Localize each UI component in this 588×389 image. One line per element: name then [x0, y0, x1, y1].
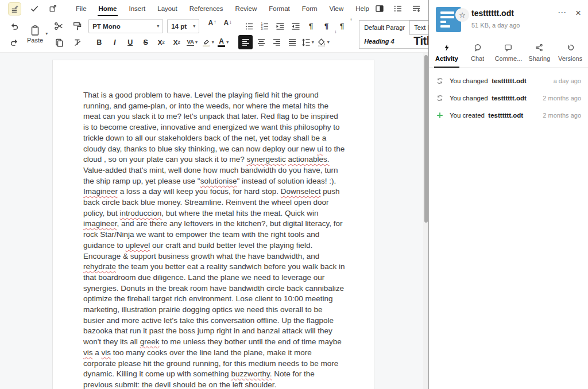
text-run: a — [93, 348, 102, 357]
copy-button[interactable] — [52, 35, 66, 49]
font-size-select[interactable]: 14 pt ▾ — [167, 19, 199, 33]
font-name-select[interactable]: PT Mono ▾ — [88, 19, 163, 33]
menu-review[interactable]: Review — [230, 0, 262, 17]
tab-sharing-label: Sharing — [528, 55, 550, 62]
misspelled-word: solutionise — [200, 177, 237, 185]
tab-chat[interactable]: Chat — [462, 44, 493, 67]
clipboard-icon — [29, 25, 41, 36]
character-spacing-button[interactable]: VA ▾ — [185, 35, 199, 49]
menu-insert[interactable]: Insert — [123, 0, 150, 17]
favorite-star-icon[interactable]: ☆ — [455, 8, 469, 22]
grow-font-button[interactable]: A↑ — [205, 19, 219, 33]
clear-formatting-button[interactable] — [70, 35, 84, 49]
tab-activity[interactable]: Activity — [431, 44, 462, 67]
ruler-icon[interactable] — [411, 3, 421, 14]
bullet-list-button[interactable] — [242, 19, 256, 33]
paste-button[interactable]: Paste ▾ — [25, 24, 48, 45]
document-scrollbar[interactable] — [423, 53, 428, 389]
menu-references[interactable]: References — [184, 0, 229, 17]
align-left-button[interactable] — [238, 35, 253, 49]
menubar: File Home Insert Layout References Revie… — [0, 0, 428, 17]
paint-bucket-icon — [317, 38, 326, 47]
clone-formatting-button[interactable] — [70, 19, 84, 33]
formatting-marks-button[interactable]: ¶ — [304, 19, 318, 33]
redo-button[interactable] — [7, 35, 21, 49]
style-heading4[interactable]: Heading 4 — [359, 34, 409, 48]
activity-row[interactable]: You changed testttttt.odt a day ago — [435, 72, 582, 90]
undo-button[interactable] — [7, 19, 21, 33]
scrollbar-thumb[interactable] — [424, 55, 428, 223]
menu-view[interactable]: View — [324, 0, 349, 17]
superscript-button[interactable]: X2 — [169, 35, 184, 49]
file-name: testttttt.odt — [471, 9, 520, 18]
align-center-button[interactable] — [254, 35, 268, 49]
tab-sharing[interactable]: Sharing — [524, 44, 555, 67]
font-name-caret: ▾ — [153, 24, 159, 29]
misspelled-word: introduccion — [120, 209, 162, 217]
activity-file: testttttt.odt — [492, 95, 527, 102]
document-page[interactable]: That is a good problem to have. Level th… — [53, 60, 374, 389]
tab-versions[interactable]: Versions — [555, 44, 586, 67]
grow-font-letter: A — [208, 19, 214, 27]
paragraph-direction-up-button[interactable]: ¶ ↑ — [335, 19, 349, 33]
menu-layout[interactable]: Layout — [152, 0, 183, 17]
justify-button[interactable] — [285, 35, 299, 49]
bold-button[interactable]: B — [92, 35, 106, 49]
activity-time: a day ago — [554, 77, 581, 84]
file-header: ☆ testttttt.odt 51 KB, a day ago ⋯ × — [429, 0, 588, 36]
plus-icon — [436, 111, 444, 119]
bolt-icon — [443, 44, 451, 52]
background-color-button[interactable]: ▾ — [316, 35, 330, 49]
more-actions-icon[interactable]: ⋯ — [558, 8, 566, 17]
menu-format[interactable]: Format — [264, 0, 295, 17]
close-sidebar-icon[interactable]: × — [575, 8, 581, 18]
activity-row[interactable]: You created testttttt.odt 2 months ago — [435, 107, 582, 124]
paste-dropdown-caret[interactable]: ▾ — [45, 32, 48, 36]
line-spacing-icon — [301, 38, 311, 47]
activity-text: You created testttttt.odt — [450, 112, 523, 119]
subscript-button[interactable]: X2 — [154, 35, 168, 49]
paragraph-direction-down-button[interactable]: ¶ ↓ — [319, 19, 334, 33]
highlight-color-button[interactable]: ▾ — [200, 35, 215, 49]
menu-form[interactable]: Form — [297, 0, 323, 17]
numbered-list-button[interactable]: 1. 2. 3. — [257, 19, 272, 33]
activity-action: You changed — [450, 95, 488, 102]
document-text[interactable]: That is a good problem to have. Level th… — [83, 90, 345, 389]
text-run: , but where the metal hits the meat. Qui… — [161, 209, 318, 217]
shrink-font-button[interactable]: A↓ — [220, 19, 235, 33]
text-run: " instead of solution ideas! :). — [237, 177, 336, 185]
menu-help[interactable]: Help — [350, 0, 374, 17]
strikethrough-button[interactable]: S — [138, 35, 153, 49]
activity-row[interactable]: You changed testttttt.odt 2 months ago — [435, 90, 582, 107]
line-spacing-button[interactable]: ▾ — [300, 35, 315, 49]
font-color-button[interactable]: A ▾ — [216, 35, 230, 49]
open-external-icon[interactable] — [48, 3, 58, 14]
subscript-letter: X — [158, 39, 163, 46]
decrease-indent-button[interactable] — [288, 19, 303, 33]
underline-button[interactable]: U — [123, 35, 137, 49]
activity-time: 2 months ago — [543, 95, 581, 102]
italic-button[interactable]: I — [107, 35, 122, 49]
tab-comments[interactable]: Comme... — [493, 44, 524, 67]
file-meta: 51 KB, a day ago — [471, 22, 520, 29]
sidebar-toggle-icon[interactable] — [374, 3, 385, 14]
cut-button[interactable] — [52, 19, 66, 33]
grow-arrow-icon: ↑ — [214, 19, 216, 25]
outline-list-icon[interactable] — [393, 3, 403, 14]
pilcrow-down-icon: ¶ — [324, 22, 328, 30]
shrink-font-letter: A — [224, 19, 229, 27]
writer-app-icon[interactable] — [8, 2, 21, 15]
background-color-caret: ▾ — [327, 40, 330, 45]
align-right-button[interactable] — [269, 35, 284, 49]
text-run: to me unless they bother until the end o… — [159, 337, 341, 346]
menu-home[interactable]: Home — [94, 0, 122, 17]
svg-text:3.: 3. — [261, 27, 263, 30]
text-run: a loss a day will keep you focus, for ha… — [118, 187, 281, 196]
tab-comments-label: Comme... — [495, 55, 523, 62]
style-default-paragraph[interactable]: Default Paragr — [359, 21, 409, 34]
misspelled-word: rehydrate — [83, 262, 116, 271]
activity-file: testttttt.odt — [488, 112, 523, 119]
menu-file[interactable]: File — [71, 0, 92, 17]
increase-indent-button[interactable] — [273, 19, 287, 33]
comment-icon — [504, 44, 512, 52]
